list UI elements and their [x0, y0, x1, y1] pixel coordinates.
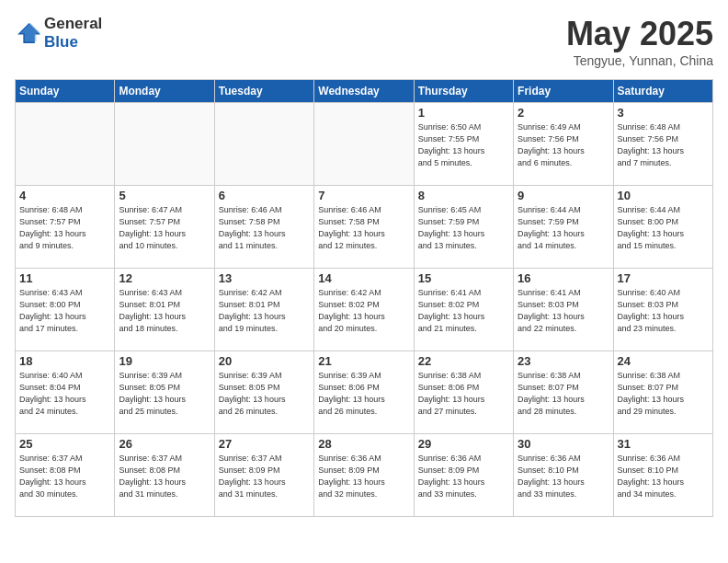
day-info: Sunrise: 6:36 AM Sunset: 8:10 PM Dayligh… — [618, 453, 709, 500]
weekday-header: Tuesday — [214, 80, 313, 103]
calendar-cell: 30Sunrise: 6:36 AM Sunset: 8:10 PM Dayli… — [514, 434, 613, 517]
logo-text: General Blue — [44, 15, 102, 52]
day-info: Sunrise: 6:43 AM Sunset: 8:00 PM Dayligh… — [19, 287, 110, 335]
day-number: 15 — [418, 271, 509, 285]
day-info: Sunrise: 6:42 AM Sunset: 8:01 PM Dayligh… — [219, 287, 310, 335]
calendar-cell: 6Sunrise: 6:46 AM Sunset: 7:58 PM Daylig… — [214, 186, 313, 269]
calendar-cell: 2Sunrise: 6:49 AM Sunset: 7:56 PM Daylig… — [514, 103, 613, 186]
day-info: Sunrise: 6:50 AM Sunset: 7:55 PM Dayligh… — [418, 121, 509, 169]
day-number: 18 — [19, 354, 110, 368]
day-info: Sunrise: 6:44 AM Sunset: 8:00 PM Dayligh… — [618, 204, 709, 252]
day-number: 8 — [418, 189, 509, 202]
day-number: 2 — [518, 106, 609, 120]
calendar-cell — [214, 103, 313, 186]
day-number: 10 — [618, 189, 709, 202]
calendar-cell: 21Sunrise: 6:39 AM Sunset: 8:06 PM Dayli… — [314, 351, 414, 434]
calendar-cell: 8Sunrise: 6:45 AM Sunset: 7:59 PM Daylig… — [414, 186, 513, 269]
week-row: 18Sunrise: 6:40 AM Sunset: 8:04 PM Dayli… — [16, 351, 713, 434]
weekday-header-row: SundayMondayTuesdayWednesdayThursdayFrid… — [16, 80, 713, 103]
day-info: Sunrise: 6:44 AM Sunset: 7:59 PM Dayligh… — [518, 204, 609, 252]
weekday-header: Sunday — [16, 80, 115, 103]
day-number: 3 — [618, 106, 709, 120]
day-info: Sunrise: 6:45 AM Sunset: 7:59 PM Dayligh… — [418, 204, 509, 252]
calendar-cell: 24Sunrise: 6:38 AM Sunset: 8:07 PM Dayli… — [613, 351, 712, 434]
calendar-cell: 1Sunrise: 6:50 AM Sunset: 7:55 PM Daylig… — [414, 103, 513, 186]
day-info: Sunrise: 6:37 AM Sunset: 8:08 PM Dayligh… — [19, 453, 110, 500]
week-row: 25Sunrise: 6:37 AM Sunset: 8:08 PM Dayli… — [16, 434, 713, 517]
day-info: Sunrise: 6:36 AM Sunset: 8:10 PM Dayligh… — [518, 453, 609, 500]
calendar-cell: 9Sunrise: 6:44 AM Sunset: 7:59 PM Daylig… — [514, 186, 613, 269]
calendar-cell: 13Sunrise: 6:42 AM Sunset: 8:01 PM Dayli… — [214, 269, 313, 351]
calendar-cell: 15Sunrise: 6:41 AM Sunset: 8:02 PM Dayli… — [414, 269, 513, 351]
calendar-cell: 5Sunrise: 6:47 AM Sunset: 7:57 PM Daylig… — [115, 186, 214, 269]
day-info: Sunrise: 6:38 AM Sunset: 8:07 PM Dayligh… — [518, 370, 609, 418]
day-number: 4 — [19, 189, 110, 202]
day-number: 30 — [518, 437, 609, 451]
day-info: Sunrise: 6:39 AM Sunset: 8:06 PM Dayligh… — [318, 370, 409, 418]
calendar-cell: 18Sunrise: 6:40 AM Sunset: 8:04 PM Dayli… — [16, 351, 115, 434]
weekday-header: Saturday — [613, 80, 712, 103]
day-info: Sunrise: 6:48 AM Sunset: 7:56 PM Dayligh… — [618, 121, 709, 169]
day-info: Sunrise: 6:46 AM Sunset: 7:58 PM Dayligh… — [219, 204, 310, 252]
day-number: 16 — [518, 271, 609, 285]
day-number: 23 — [518, 354, 609, 368]
calendar-cell: 3Sunrise: 6:48 AM Sunset: 7:56 PM Daylig… — [613, 103, 712, 186]
calendar-cell: 7Sunrise: 6:46 AM Sunset: 7:58 PM Daylig… — [314, 186, 414, 269]
day-number: 6 — [219, 189, 310, 202]
calendar-cell — [16, 103, 115, 186]
calendar-table: SundayMondayTuesdayWednesdayThursdayFrid… — [15, 79, 713, 517]
calendar-cell: 25Sunrise: 6:37 AM Sunset: 8:08 PM Dayli… — [16, 434, 115, 517]
day-info: Sunrise: 6:36 AM Sunset: 8:09 PM Dayligh… — [318, 453, 409, 500]
calendar-cell: 26Sunrise: 6:37 AM Sunset: 8:08 PM Dayli… — [115, 434, 214, 517]
day-info: Sunrise: 6:41 AM Sunset: 8:02 PM Dayligh… — [418, 287, 509, 335]
logo: General Blue — [15, 15, 102, 52]
logo-icon — [15, 20, 40, 46]
weekday-header: Monday — [115, 80, 214, 103]
day-number: 19 — [119, 354, 210, 368]
calendar-cell: 27Sunrise: 6:37 AM Sunset: 8:09 PM Dayli… — [214, 434, 313, 517]
day-number: 17 — [618, 271, 709, 285]
day-number: 31 — [618, 437, 709, 451]
day-number: 20 — [219, 354, 310, 368]
day-number: 29 — [418, 437, 509, 451]
day-info: Sunrise: 6:41 AM Sunset: 8:03 PM Dayligh… — [518, 287, 609, 335]
calendar-cell: 19Sunrise: 6:39 AM Sunset: 8:05 PM Dayli… — [115, 351, 214, 434]
calendar-cell: 29Sunrise: 6:36 AM Sunset: 8:09 PM Dayli… — [414, 434, 513, 517]
day-info: Sunrise: 6:46 AM Sunset: 7:58 PM Dayligh… — [318, 204, 409, 252]
calendar-cell: 16Sunrise: 6:41 AM Sunset: 8:03 PM Dayli… — [514, 269, 613, 351]
day-number: 5 — [119, 189, 210, 202]
day-info: Sunrise: 6:40 AM Sunset: 8:04 PM Dayligh… — [19, 370, 110, 418]
day-number: 22 — [418, 354, 509, 368]
day-info: Sunrise: 6:40 AM Sunset: 8:03 PM Dayligh… — [618, 287, 709, 335]
calendar-cell: 28Sunrise: 6:36 AM Sunset: 8:09 PM Dayli… — [314, 434, 414, 517]
day-number: 28 — [318, 437, 409, 451]
day-info: Sunrise: 6:37 AM Sunset: 8:09 PM Dayligh… — [219, 453, 310, 500]
day-info: Sunrise: 6:39 AM Sunset: 8:05 PM Dayligh… — [219, 370, 310, 418]
calendar-cell: 11Sunrise: 6:43 AM Sunset: 8:00 PM Dayli… — [16, 269, 115, 351]
day-info: Sunrise: 6:43 AM Sunset: 8:01 PM Dayligh… — [119, 287, 210, 335]
day-number: 14 — [318, 271, 409, 285]
day-number: 9 — [518, 189, 609, 202]
calendar-cell: 4Sunrise: 6:48 AM Sunset: 7:57 PM Daylig… — [16, 186, 115, 269]
calendar-cell: 23Sunrise: 6:38 AM Sunset: 8:07 PM Dayli… — [514, 351, 613, 434]
day-number: 1 — [418, 106, 509, 120]
page-header: General Blue May 2025 Tengyue, Yunnan, C… — [15, 15, 713, 68]
calendar-cell: 12Sunrise: 6:43 AM Sunset: 8:01 PM Dayli… — [115, 269, 214, 351]
calendar-cell: 17Sunrise: 6:40 AM Sunset: 8:03 PM Dayli… — [613, 269, 712, 351]
calendar-cell — [115, 103, 214, 186]
calendar-cell: 31Sunrise: 6:36 AM Sunset: 8:10 PM Dayli… — [613, 434, 712, 517]
day-number: 27 — [219, 437, 310, 451]
day-info: Sunrise: 6:42 AM Sunset: 8:02 PM Dayligh… — [318, 287, 409, 335]
day-number: 21 — [318, 354, 409, 368]
weekday-header: Friday — [514, 80, 613, 103]
logo-general: General — [44, 15, 102, 33]
calendar-cell: 22Sunrise: 6:38 AM Sunset: 8:06 PM Dayli… — [414, 351, 513, 434]
weekday-header: Thursday — [414, 80, 513, 103]
week-row: 1Sunrise: 6:50 AM Sunset: 7:55 PM Daylig… — [16, 103, 713, 186]
day-number: 13 — [219, 271, 310, 285]
day-number: 12 — [119, 271, 210, 285]
week-row: 11Sunrise: 6:43 AM Sunset: 8:00 PM Dayli… — [16, 269, 713, 351]
calendar-cell: 10Sunrise: 6:44 AM Sunset: 8:00 PM Dayli… — [613, 186, 712, 269]
calendar-cell: 20Sunrise: 6:39 AM Sunset: 8:05 PM Dayli… — [214, 351, 313, 434]
week-row: 4Sunrise: 6:48 AM Sunset: 7:57 PM Daylig… — [16, 186, 713, 269]
